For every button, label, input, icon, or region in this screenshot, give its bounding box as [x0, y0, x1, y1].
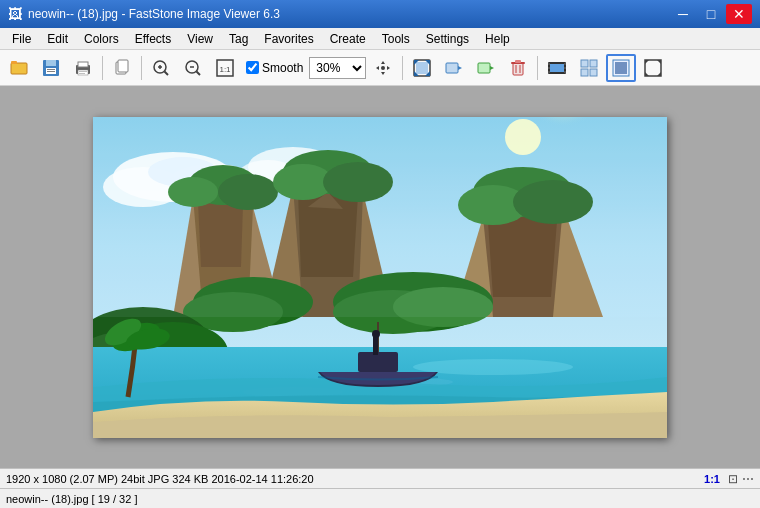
- svg-rect-39: [548, 71, 550, 73]
- menu-item-colors[interactable]: Colors: [76, 28, 127, 49]
- view-icon: [611, 58, 631, 78]
- svg-rect-48: [615, 62, 627, 74]
- svg-rect-11: [78, 70, 88, 75]
- svg-line-22: [197, 71, 201, 75]
- filmstrip-icon: [547, 58, 567, 78]
- zoom-in-icon: [151, 58, 171, 78]
- zoom-select[interactable]: 30% 10% 25% 50% 75% 100%: [309, 57, 366, 79]
- zoom-in-button[interactable]: [146, 54, 176, 82]
- save-button[interactable]: [36, 54, 66, 82]
- svg-rect-49: [645, 60, 661, 76]
- svg-rect-44: [590, 60, 597, 67]
- svg-rect-1: [11, 63, 27, 74]
- print-icon: [73, 58, 93, 78]
- status-info: 1920 x 1080 (2.07 MP) 24bit JPG 324 KB 2…: [6, 473, 704, 485]
- svg-rect-42: [564, 71, 566, 73]
- window-controls: ─ □ ✕: [670, 4, 752, 24]
- image-container: [93, 117, 667, 438]
- menu-item-tag[interactable]: Tag: [221, 28, 256, 49]
- fit-status-icon[interactable]: ⊡: [728, 472, 738, 486]
- svg-rect-27: [416, 62, 428, 74]
- status-bar: 1920 x 1080 (2.07 MP) 24bit JPG 324 KB 2…: [0, 468, 760, 488]
- move-to-icon: [476, 58, 496, 78]
- smooth-label: Smooth: [262, 61, 303, 75]
- svg-rect-13: [79, 73, 85, 74]
- pan-icon: [373, 58, 393, 78]
- minimize-button[interactable]: ─: [670, 4, 696, 24]
- fullscreen-button[interactable]: [638, 54, 668, 82]
- fit-window-button[interactable]: [407, 54, 437, 82]
- view-button[interactable]: [606, 54, 636, 82]
- svg-rect-36: [550, 64, 564, 72]
- actual-size-button[interactable]: 1:1: [210, 54, 240, 82]
- separator-4: [537, 56, 538, 80]
- zoom-out-button[interactable]: [178, 54, 208, 82]
- svg-point-84: [372, 330, 380, 338]
- smooth-checkbox[interactable]: [246, 61, 259, 74]
- svg-rect-10: [78, 62, 88, 67]
- copy-button[interactable]: [107, 54, 137, 82]
- menu-item-file[interactable]: File: [4, 28, 39, 49]
- print-button[interactable]: [68, 54, 98, 82]
- menu-item-tools[interactable]: Tools: [374, 28, 418, 49]
- smooth-checkbox-label[interactable]: Smooth: [242, 61, 307, 75]
- filmstrip-button[interactable]: [542, 54, 572, 82]
- svg-rect-38: [548, 67, 550, 69]
- menu-item-edit[interactable]: Edit: [39, 28, 76, 49]
- actual-size-icon: 1:1: [215, 58, 235, 78]
- svg-rect-43: [581, 60, 588, 67]
- svg-point-25: [381, 66, 385, 70]
- close-button[interactable]: ✕: [726, 4, 752, 24]
- status-icons: ⊡ ⋯: [728, 472, 754, 486]
- window-title: neowin-- (18).jpg - FastStone Image View…: [28, 7, 670, 21]
- menu-item-effects[interactable]: Effects: [127, 28, 179, 49]
- image-scene: [93, 117, 667, 438]
- svg-rect-45: [581, 69, 588, 76]
- svg-line-19: [165, 71, 169, 75]
- svg-rect-7: [47, 69, 55, 70]
- menu-item-help[interactable]: Help: [477, 28, 518, 49]
- delete-icon: [508, 58, 528, 78]
- copy-icon: [112, 58, 132, 78]
- svg-rect-3: [11, 61, 17, 64]
- thumbnail-icon: [579, 58, 599, 78]
- fit-window-icon: [412, 58, 432, 78]
- main-area: [0, 86, 760, 468]
- svg-rect-83: [373, 337, 378, 355]
- delete-button[interactable]: [503, 54, 533, 82]
- svg-rect-12: [79, 71, 87, 72]
- pan-button[interactable]: [368, 54, 398, 82]
- bottom-bar: neowin-- (18).jpg [ 19 / 32 ]: [0, 488, 760, 508]
- move-to-button[interactable]: [471, 54, 501, 82]
- menu-item-view[interactable]: View: [179, 28, 221, 49]
- separator-2: [141, 56, 142, 80]
- menu-item-settings[interactable]: Settings: [418, 28, 477, 49]
- svg-rect-8: [47, 71, 55, 72]
- app-icon: 🖼: [8, 6, 22, 22]
- svg-rect-5: [46, 60, 56, 66]
- svg-rect-29: [478, 63, 490, 73]
- maximize-button[interactable]: □: [698, 4, 724, 24]
- menu-item-create[interactable]: Create: [322, 28, 374, 49]
- svg-text:1:1: 1:1: [219, 65, 231, 74]
- svg-rect-40: [564, 63, 566, 65]
- fullscreen-icon: [643, 58, 663, 78]
- menu-item-favorites[interactable]: Favorites: [256, 28, 321, 49]
- svg-rect-30: [513, 63, 523, 75]
- thumbnail-button[interactable]: [574, 54, 604, 82]
- title-bar: 🖼 neowin-- (18).jpg - FastStone Image Vi…: [0, 0, 760, 28]
- menu-bar: FileEditColorsEffectsViewTagFavoritesCre…: [0, 28, 760, 50]
- open-button[interactable]: [4, 54, 34, 82]
- svg-rect-46: [590, 69, 597, 76]
- copy-status-icon[interactable]: ⋯: [742, 472, 754, 486]
- separator-1: [102, 56, 103, 80]
- separator-3: [402, 56, 403, 80]
- open-icon: [9, 58, 29, 78]
- copy-to-icon: [444, 58, 464, 78]
- save-icon: [41, 58, 61, 78]
- copy-to-button[interactable]: [439, 54, 469, 82]
- svg-rect-15: [118, 60, 128, 72]
- svg-rect-41: [564, 67, 566, 69]
- zoom-out-icon: [183, 58, 203, 78]
- filename-label: neowin-- (18).jpg [ 19 / 32 ]: [6, 493, 137, 505]
